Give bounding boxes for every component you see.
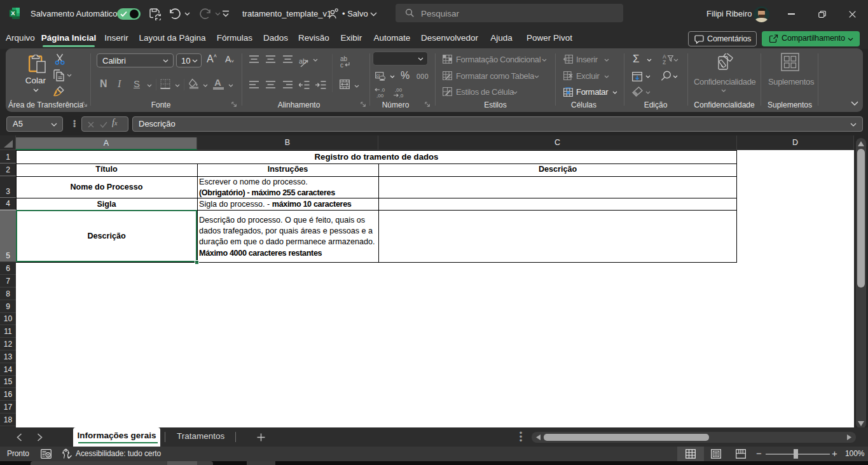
svg-text:X: X (11, 10, 15, 17)
svg-text:.0: .0 (381, 87, 385, 93)
svg-text:,00: ,00 (395, 87, 403, 93)
svg-text:Z: Z (663, 59, 666, 65)
svg-text:,00: ,00 (376, 93, 384, 98)
svg-text:ab: ab (299, 57, 307, 65)
svg-text:,0: ,0 (399, 93, 404, 98)
svg-text:c: c (340, 62, 343, 68)
